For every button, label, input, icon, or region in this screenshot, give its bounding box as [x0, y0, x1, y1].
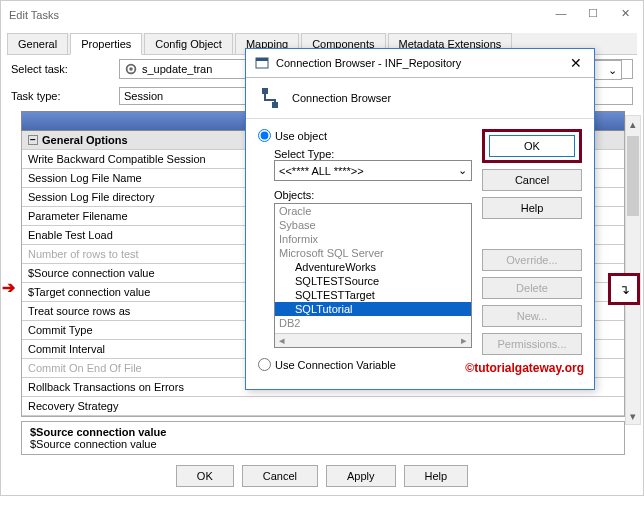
scroll-thumb[interactable]	[627, 136, 639, 216]
dialog-cancel-button[interactable]: Cancel	[482, 169, 582, 191]
scroll-right-icon[interactable]: ▸	[457, 334, 471, 347]
dialog-title: Connection Browser - INF_Repository	[276, 57, 566, 69]
help-button[interactable]: Help	[404, 465, 469, 487]
list-item[interactable]: Microsoft SQL Server	[275, 246, 471, 260]
dialog-ok-button[interactable]: OK	[489, 135, 575, 157]
dialog-delete-button: Delete	[482, 277, 582, 299]
list-item[interactable]: Sybase	[275, 218, 471, 232]
list-item[interactable]: Oracle	[275, 204, 471, 218]
use-conn-var-radio[interactable]	[258, 358, 271, 371]
ok-highlight-box: OK	[482, 129, 582, 163]
chevron-down-icon: ⌄	[608, 64, 617, 77]
arrow-marker-icon: ➔	[2, 278, 15, 297]
dialog-subtitle-bar: Connection Browser	[246, 78, 594, 119]
scroll-up-icon[interactable]: ▴	[626, 116, 640, 132]
attr-row[interactable]: Recovery Strategy	[22, 397, 624, 416]
close-icon[interactable]: ✕	[615, 7, 635, 23]
ok-button[interactable]: OK	[176, 465, 234, 487]
titlebar: Edit Tasks — ☐ ✕	[1, 1, 643, 29]
dialog-icon	[254, 55, 270, 71]
value-dropdown-button[interactable]: ↴	[608, 273, 640, 305]
minimize-icon[interactable]: —	[551, 7, 571, 23]
select-type-field[interactable]: <<**** ALL ****>> ⌄	[274, 160, 472, 181]
maximize-icon[interactable]: ☐	[583, 7, 603, 23]
desc-text: $Source connection value	[30, 438, 616, 450]
dropdown-arrow-icon: ↴	[619, 282, 630, 297]
dialog-close-icon[interactable]: ✕	[566, 55, 586, 71]
svg-rect-5	[272, 102, 278, 108]
dialog-help-button[interactable]: Help	[482, 197, 582, 219]
use-object-radio-row[interactable]: Use object	[258, 129, 472, 142]
select-type-label: Select Type:	[274, 148, 472, 160]
chevron-down-icon: ⌄	[458, 164, 467, 177]
dialog-body: Use object Select Type: <<**** ALL ****>…	[246, 119, 594, 389]
scroll-down-icon[interactable]: ▾	[626, 408, 640, 424]
svg-point-1	[129, 67, 133, 71]
connection-icon	[258, 86, 282, 110]
objects-label: Objects:	[274, 189, 472, 201]
dialog-new-button: New...	[482, 305, 582, 327]
dialog-titlebar: Connection Browser - INF_Repository ✕	[246, 49, 594, 78]
svg-rect-3	[256, 58, 268, 61]
list-item[interactable]: SQLTESTTarget	[275, 288, 471, 302]
use-object-radio[interactable]	[258, 129, 271, 142]
list-item[interactable]: AdventureWorks	[275, 260, 471, 274]
gear-icon	[124, 62, 138, 76]
desc-title: $Source connection value	[30, 426, 616, 438]
use-conn-var-radio-row[interactable]: Use Connection Variable	[258, 358, 472, 371]
dialog-right-panel: OK Cancel Help Override... Delete New...…	[482, 129, 582, 377]
connection-browser-dialog: Connection Browser - INF_Repository ✕ Co…	[245, 48, 595, 390]
list-item-selected[interactable]: SQLTutorial	[275, 302, 471, 316]
vertical-scrollbar[interactable]: ▴ ▾	[625, 115, 641, 425]
svg-rect-4	[262, 88, 268, 94]
list-item[interactable]: Informix	[275, 232, 471, 246]
horizontal-scrollbar[interactable]: ◂ ▸	[275, 333, 471, 347]
task-type-label: Task type:	[11, 90, 111, 102]
bottom-buttons: OK Cancel Apply Help	[1, 457, 643, 495]
tab-general[interactable]: General	[7, 33, 68, 54]
dialog-subtitle: Connection Browser	[292, 92, 391, 104]
tab-config-object[interactable]: Config Object	[144, 33, 233, 54]
task-type-value: Session	[124, 90, 163, 102]
collapse-icon[interactable]: −	[28, 135, 38, 145]
dialog-override-button: Override...	[482, 249, 582, 271]
use-conn-var-label: Use Connection Variable	[275, 359, 396, 371]
apply-button[interactable]: Apply	[326, 465, 396, 487]
dialog-left-panel: Use object Select Type: <<**** ALL ****>…	[258, 129, 472, 377]
select-task-label: Select task:	[11, 63, 111, 75]
scroll-left-icon[interactable]: ◂	[275, 334, 289, 347]
window-title: Edit Tasks	[9, 9, 551, 21]
list-item[interactable]: SQLTESTSource	[275, 274, 471, 288]
objects-list[interactable]: Oracle Sybase Informix Microsoft SQL Ser…	[274, 203, 472, 348]
watermark: ©tutorialgateway.org	[465, 361, 584, 375]
description-panel: $Source connection value $Source connect…	[21, 421, 625, 455]
dialog-permissions-button: Permissions...	[482, 333, 582, 355]
select-type-value: <<**** ALL ****>>	[279, 165, 364, 177]
use-object-label: Use object	[275, 130, 327, 142]
select-task-value: s_update_tran	[142, 63, 212, 75]
tab-properties[interactable]: Properties	[70, 33, 142, 55]
list-item[interactable]: DB2	[275, 316, 471, 330]
cancel-button[interactable]: Cancel	[242, 465, 318, 487]
